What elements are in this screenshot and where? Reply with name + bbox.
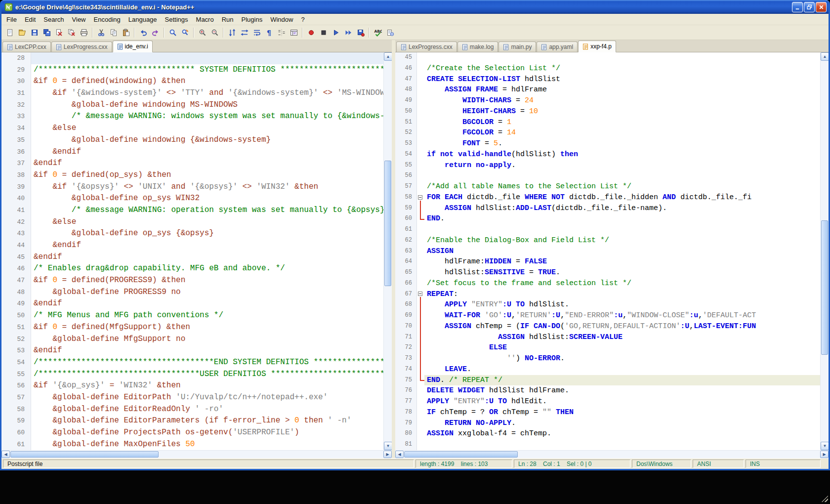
code-line[interactable]: 47CREATE SELECTION-LIST hdlSlist xyxy=(395,74,820,85)
menu-item-macro[interactable]: Macro xyxy=(192,14,218,25)
code-text[interactable]: ASSIGN hdlSlist:SCREEN-VALUE xyxy=(424,332,820,343)
fold-margin[interactable] xyxy=(417,342,424,353)
fold-margin[interactable] xyxy=(417,375,424,386)
code-line[interactable]: 61 xyxy=(395,224,820,235)
fold-margin[interactable] xyxy=(417,106,424,117)
code-line[interactable]: 52 &global-define MfgSupport no xyxy=(1,334,383,345)
code-line[interactable]: 74 LEAVE. xyxy=(395,364,820,375)
code-line[interactable]: 45 xyxy=(395,52,820,63)
fold-margin[interactable] xyxy=(417,127,424,138)
code-text[interactable]: hdlSlist:SENSITIVE = TRUE. xyxy=(424,267,820,278)
code-text[interactable]: &if '{&opsys}' <> 'UNIX' and '{&opsys}' … xyxy=(31,181,383,193)
code-text[interactable]: /* Enables drag&drop capability. MFG eB … xyxy=(31,263,383,275)
cut-button[interactable] xyxy=(95,27,107,38)
code-line[interactable]: 37&endif xyxy=(1,158,383,169)
code-line[interactable]: 49 WIDTH-CHARS = 24 xyxy=(395,95,820,106)
run-macro-multiple-button[interactable] xyxy=(342,27,354,38)
code-line[interactable]: 58 &global-define EditorReadOnly ' -ro' xyxy=(1,404,383,416)
code-text[interactable]: /*Add all table Names to the Selection L… xyxy=(424,181,820,192)
fold-margin[interactable] xyxy=(417,170,424,181)
code-text[interactable]: &if '{&windows-system}' <> 'TTY' and '{&… xyxy=(31,87,383,99)
code-text[interactable]: DELETE WIDGET hdlSlist hdlFrame. xyxy=(424,385,820,396)
fold-margin[interactable] xyxy=(417,278,424,289)
code-line[interactable]: 51&if 0 = defined(MfgSupport) &then xyxy=(1,322,383,334)
code-text[interactable]: &endif xyxy=(31,298,383,310)
copy-button[interactable] xyxy=(108,27,119,38)
spell-check-button[interactable]: ABC xyxy=(372,27,383,38)
code-text[interactable]: REPEAT: xyxy=(424,289,820,300)
fold-margin[interactable] xyxy=(417,321,424,332)
scroll-left-arrow[interactable]: ◀ xyxy=(395,451,404,458)
code-line[interactable]: 80ASSIGN xxglobal-f4 = chTemp. xyxy=(395,428,820,439)
scroll-left-arrow[interactable]: ◀ xyxy=(1,451,10,458)
fold-margin[interactable] xyxy=(417,407,424,418)
indentation-guide-button[interactable] xyxy=(276,27,287,38)
code-text[interactable]: END. xyxy=(424,213,820,224)
code-line[interactable]: 72 ELSE xyxy=(395,342,820,353)
code-line[interactable]: 50 HEIGHT-CHARS = 10 xyxy=(395,106,820,117)
code-line[interactable]: 55/**********************************USE… xyxy=(1,369,383,380)
code-line[interactable]: 79 RETURN NO-APPLY. xyxy=(395,418,820,429)
menu-item-settings[interactable]: Settings xyxy=(161,14,192,25)
code-text[interactable]: ASSIGN chTemp = (IF CAN-DO('GO,RETURN,DE… xyxy=(424,321,820,332)
code-text[interactable]: &if '{&op_sys}' = 'WIN32' &then xyxy=(31,380,383,392)
fold-margin[interactable] xyxy=(417,385,424,396)
code-text[interactable]: &global-define MfgSupport no xyxy=(31,334,383,345)
save-file-button[interactable] xyxy=(29,27,40,38)
code-line[interactable]: 58FOR EACH dictdb._file WHERE NOT dictdb… xyxy=(395,192,820,203)
stop-recording-button[interactable] xyxy=(318,27,329,38)
code-text[interactable]: APPLY "ENTRY":U TO hdlSlist. xyxy=(424,299,820,310)
code-text[interactable]: &global-define EditorPath 'U:/Yuvalp/tc/… xyxy=(31,392,383,404)
code-text[interactable]: &if 0 = defined(PROGRESS9) &then xyxy=(31,275,383,287)
code-text[interactable]: ASSIGN xyxy=(424,246,820,257)
code-line[interactable]: 73 '') NO-ERROR. xyxy=(395,353,820,364)
code-line[interactable]: 48 &global-define PROGRESS9 no xyxy=(1,287,383,298)
code-line[interactable]: 81 xyxy=(395,439,820,450)
code-line[interactable]: 63ASSIGN xyxy=(395,246,820,257)
code-text[interactable]: ASSIGN hdlSlist:ADD-LAST(dictdb._file._f… xyxy=(424,203,820,214)
code-text[interactable]: /*************************************EN… xyxy=(31,357,383,369)
replace-button[interactable] xyxy=(179,27,191,38)
code-text[interactable]: /*Set focus to the frame and selection l… xyxy=(424,278,820,289)
menu-item-language[interactable]: Language xyxy=(124,14,161,25)
code-text[interactable] xyxy=(424,52,820,63)
right-horizontal-scrollbar[interactable]: ◀ ▶ xyxy=(395,450,829,458)
code-line[interactable]: 33 /* &message WARNING: windows system w… xyxy=(1,111,383,123)
code-line[interactable]: 52 FGCOLOR = 14 xyxy=(395,127,820,138)
code-text[interactable]: if not valid-handle(hdlSlist) then xyxy=(424,149,820,160)
code-line[interactable]: 57 &global-define EditorPath 'U:/Yuvalp/… xyxy=(1,392,383,404)
fold-collapse-icon[interactable] xyxy=(418,292,422,296)
fold-margin[interactable] xyxy=(417,418,424,429)
fold-margin[interactable] xyxy=(417,396,424,407)
code-text[interactable]: /* &message WARNING: windows system was … xyxy=(31,111,383,123)
code-line[interactable]: 64 hdlFrame:HIDDEN = FALSE xyxy=(395,256,820,267)
code-text[interactable]: &global-define windowing {&windows-syste… xyxy=(31,134,383,146)
code-text[interactable]: /**********************************USER … xyxy=(31,369,383,380)
right-code-area[interactable]: 4546/*Create the Selection List */47CREA… xyxy=(395,52,820,450)
code-text[interactable]: FONT = 5. xyxy=(424,138,820,149)
user-defined-language-button[interactable] xyxy=(288,27,299,38)
fold-margin[interactable] xyxy=(417,149,424,160)
menu-item-view[interactable]: View xyxy=(68,14,90,25)
code-line[interactable]: 32 &global-define windowing MS-WINDOWS xyxy=(1,99,383,111)
code-text[interactable]: &global-define EditorReadOnly ' -ro' xyxy=(31,404,383,416)
code-line[interactable]: 70 ASSIGN chTemp = (IF CAN-DO('GO,RETURN… xyxy=(395,321,820,332)
tab-main-py[interactable]: main.py xyxy=(498,42,536,52)
fold-margin[interactable] xyxy=(417,63,424,74)
find-button[interactable] xyxy=(167,27,178,38)
sync-horizontal-scroll-button[interactable] xyxy=(239,27,250,38)
menu-item-help[interactable]: ? xyxy=(297,14,308,25)
code-text[interactable]: &endif xyxy=(31,252,383,263)
code-text[interactable]: WIDTH-CHARS = 24 xyxy=(424,95,820,106)
code-line[interactable]: 54if not valid-handle(hdlSlist) then xyxy=(395,149,820,160)
pane-splitter[interactable] xyxy=(392,40,395,458)
menu-item-window[interactable]: Window xyxy=(266,14,297,25)
code-line[interactable]: 69 WAIT-FOR 'GO':U,'RETURN':U,"END-ERROR… xyxy=(395,310,820,321)
code-line[interactable]: 61 &global-define MaxOpenFiles 50 xyxy=(1,439,383,450)
menu-item-edit[interactable]: Edit xyxy=(21,14,40,25)
word-wrap-button[interactable] xyxy=(251,27,262,38)
fold-margin[interactable] xyxy=(417,332,424,343)
fold-margin[interactable] xyxy=(417,138,424,149)
code-text[interactable] xyxy=(424,439,820,450)
code-line[interactable]: 77APPLY "ENTRY":U TO hdlEdit. xyxy=(395,396,820,407)
